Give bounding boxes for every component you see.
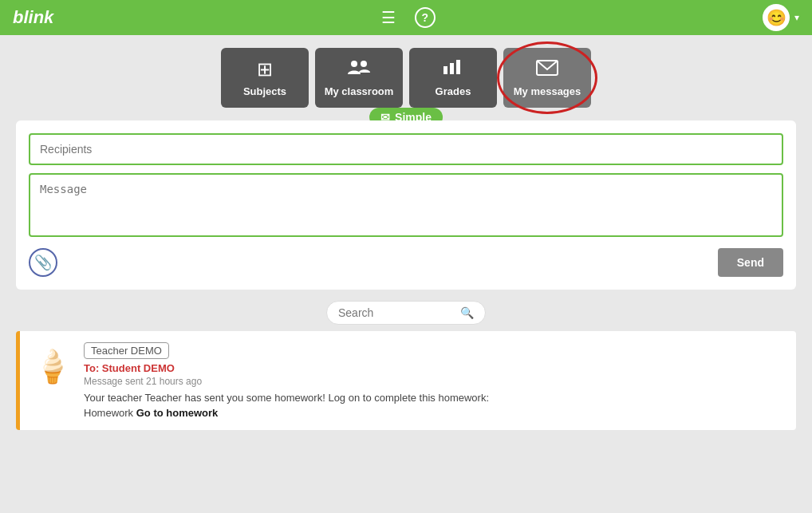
homework-line: Homework Go to homework — [84, 407, 783, 419]
tab-grades[interactable]: Grades — [409, 48, 497, 108]
svg-rect-2 — [443, 66, 447, 74]
help-icon[interactable]: ? — [415, 7, 436, 28]
subjects-icon: ⊞ — [257, 58, 273, 81]
tab-messages-wrapper: My messages — [503, 48, 591, 108]
send-button[interactable]: Send — [718, 248, 783, 277]
message-list: 🍦 Teacher DEMO To: Student DEMO Message … — [16, 331, 796, 430]
homework-link[interactable]: Go to homework — [136, 407, 219, 419]
menu-icon[interactable]: ☰ — [381, 8, 396, 27]
tab-messages-label: My messages — [514, 85, 581, 97]
nav-tabs: ⊞ Subjects My classroom — [0, 48, 812, 108]
tab-subjects[interactable]: ⊞ Subjects — [221, 48, 309, 108]
ice-cream-icon: 🍦 — [33, 348, 73, 385]
message-body: Teacher DEMO To: Student DEMO Message se… — [84, 342, 783, 419]
compose-area: 📎 Send — [16, 120, 796, 290]
tab-classroom[interactable]: My classroom — [315, 48, 403, 108]
svg-point-1 — [361, 61, 367, 67]
grades-icon — [442, 58, 464, 81]
svg-rect-4 — [456, 60, 460, 74]
topbar-center: ☰ ? — [381, 7, 436, 28]
message-text: Your teacher Teacher has sent you some h… — [84, 392, 783, 404]
topbar: blink ☰ ? 😊 ▾ — [0, 0, 812, 35]
attach-button[interactable]: 📎 — [29, 248, 57, 277]
topbar-right: 😊 ▾ — [763, 4, 799, 31]
avatar-caret[interactable]: ▾ — [794, 12, 799, 23]
search-input[interactable] — [338, 306, 454, 319]
messages-icon — [536, 58, 558, 81]
avatar[interactable]: 😊 — [763, 4, 790, 31]
tab-messages[interactable]: My messages — [503, 48, 591, 108]
tab-grades-label: Grades — [436, 85, 471, 97]
search-area: 🔍 — [0, 301, 812, 325]
search-icon: 🔍 — [460, 306, 474, 319]
tab-subjects-label: Subjects — [243, 85, 286, 97]
message-input[interactable] — [29, 173, 783, 237]
homework-prefix: Homework — [84, 407, 133, 419]
logo: blink — [13, 7, 53, 28]
svg-rect-3 — [450, 63, 454, 74]
table-row: 🍦 Teacher DEMO To: Student DEMO Message … — [16, 331, 796, 430]
avatar: 🍦 — [33, 342, 73, 390]
compose-footer: 📎 Send — [29, 248, 783, 277]
compose-wrapper: ✉ Simple 📎 Send — [0, 120, 812, 290]
main-content: ⊞ Subjects My classroom — [0, 35, 812, 430]
time-line: Message sent 21 hours ago — [84, 376, 783, 387]
svg-point-0 — [351, 61, 357, 67]
search-box: 🔍 — [326, 301, 486, 325]
to-line: To: Student DEMO — [84, 362, 783, 374]
classroom-icon — [348, 58, 370, 81]
tab-classroom-label: My classroom — [325, 85, 394, 97]
sender-badge: Teacher DEMO — [84, 342, 169, 359]
recipients-input[interactable] — [29, 133, 783, 165]
